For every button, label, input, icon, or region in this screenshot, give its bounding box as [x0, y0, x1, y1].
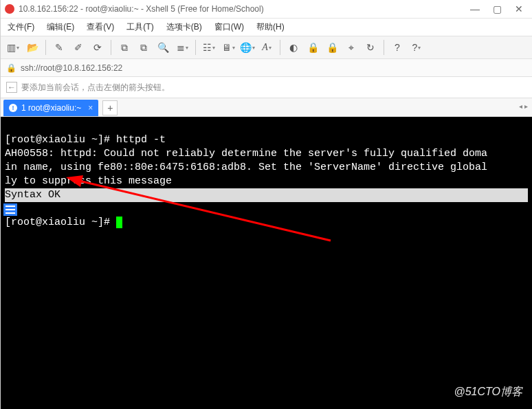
- terminal-line: ly to suppress this message: [5, 175, 172, 187]
- toolbar-font[interactable]: A▾: [258, 39, 275, 56]
- tab-strip: ! 1 root@xiaoliu:~ × + ◂ ▸: [1, 98, 532, 117]
- hamburger-icon[interactable]: [3, 203, 17, 216]
- menu-file[interactable]: 文件(F): [8, 21, 34, 33]
- menu-edit[interactable]: 编辑(E): [47, 21, 74, 33]
- menu-tools[interactable]: 工具(T): [126, 21, 153, 33]
- toolbar-refresh[interactable]: ↻: [362, 39, 379, 56]
- toolbar-host[interactable]: 🖥▾: [220, 39, 236, 56]
- hint-text: 要添加当前会话，点击左侧的箭头按钮。: [21, 82, 170, 93]
- toolbar-open[interactable]: 📂: [24, 39, 41, 56]
- window-maximize-button[interactable]: ▢: [488, 3, 506, 14]
- toolbar-separator: [111, 40, 111, 55]
- toolbar-encoding[interactable]: 🌐▾: [239, 39, 256, 56]
- toolbar-copy[interactable]: ⧉: [116, 39, 133, 56]
- tab-label: 1 root@xiaoliu:~: [21, 103, 81, 113]
- menubar: 文件(F) 编辑(E) 查看(V) 工具(T) 选项卡(B) 窗口(W) 帮助(…: [1, 18, 532, 36]
- toolbar-new-session[interactable]: ▥▾: [5, 39, 21, 56]
- terminal-line-highlighted: Syntax OK: [5, 188, 528, 202]
- add-session-button[interactable]: ←: [6, 82, 17, 93]
- toolbar-lock1[interactable]: 🔒: [304, 39, 321, 56]
- toolbar-lock2[interactable]: 🔒: [324, 39, 340, 56]
- toolbar-separator: [45, 40, 46, 55]
- terminal-line: in name, using fe80::80e:6475:6168:adb8.…: [5, 162, 487, 173]
- terminal-line: AH00558: httpd: Could not reliably deter…: [5, 148, 487, 159]
- address-text[interactable]: ssh://root@10.8.162.156:22: [21, 63, 122, 73]
- lock-icon: 🔒: [6, 63, 16, 73]
- menu-window[interactable]: 窗口(W): [214, 21, 244, 33]
- window-close-button[interactable]: ✕: [510, 3, 528, 14]
- toolbar-separator: [384, 40, 384, 55]
- window-title: 10.8.162.156:22 - root@xiaoliu:~ - Xshel…: [19, 4, 264, 14]
- terminal-prompt: [root@xiaoliu ~]#: [5, 217, 116, 228]
- terminal-line: [root@xiaoliu ~]# httpd -t: [5, 134, 166, 146]
- watermark: @51CTO博客: [454, 385, 522, 399]
- toolbar-separator: [195, 40, 196, 55]
- toolbar-find[interactable]: 🔍: [155, 39, 171, 56]
- window-minimize-button[interactable]: —: [466, 3, 484, 14]
- toolbar-help1[interactable]: ?: [389, 39, 406, 56]
- toolbar-help2[interactable]: ?▾: [408, 39, 425, 56]
- toolbar: ▥▾ 📂 ✎ ✐ ⟳ ⧉ ⧉ 🔍 ≣▾ ☷▾ 🖥▾ 🌐▾ A▾ ◐ 🔒 🔒 ⌖ …: [1, 36, 532, 59]
- toolbar-separator: [280, 40, 280, 55]
- toolbar-reconnect[interactable]: ⟳: [89, 39, 106, 56]
- new-tab-button[interactable]: +: [102, 100, 118, 115]
- menu-view[interactable]: 查看(V): [87, 21, 114, 33]
- tab-status-icon: !: [9, 104, 17, 112]
- tab-scroll-buttons[interactable]: ◂ ▸: [519, 102, 528, 110]
- toolbar-target[interactable]: ⌖: [343, 39, 359, 56]
- terminal-cursor: [116, 217, 122, 228]
- session-tab-active[interactable]: ! 1 root@xiaoliu:~ ×: [3, 100, 98, 116]
- address-bar: 🔒 ssh://root@10.8.162.156:22: [1, 59, 532, 77]
- toolbar-brush[interactable]: ✐: [70, 39, 87, 56]
- menu-tabs[interactable]: 选项卡(B): [166, 21, 202, 33]
- toolbar-paste[interactable]: ⧉: [135, 39, 152, 56]
- hint-bar: ← 要添加当前会话，点击左侧的箭头按钮。: [1, 77, 532, 98]
- toolbar-quick-connect[interactable]: ✎: [51, 39, 67, 56]
- window-titlebar: 10.8.162.156:22 - root@xiaoliu:~ - Xshel…: [1, 0, 532, 18]
- toolbar-sessions[interactable]: ☷▾: [201, 39, 217, 56]
- toolbar-align[interactable]: ≣▾: [174, 39, 190, 56]
- terminal[interactable]: [root@xiaoliu ~]# httpd -t AH00558: http…: [1, 117, 532, 409]
- toolbar-color-scheme[interactable]: ◐: [285, 39, 302, 56]
- tab-close-button[interactable]: ×: [88, 103, 93, 113]
- menu-help[interactable]: 帮助(H): [256, 21, 285, 33]
- app-icon: [5, 4, 14, 14]
